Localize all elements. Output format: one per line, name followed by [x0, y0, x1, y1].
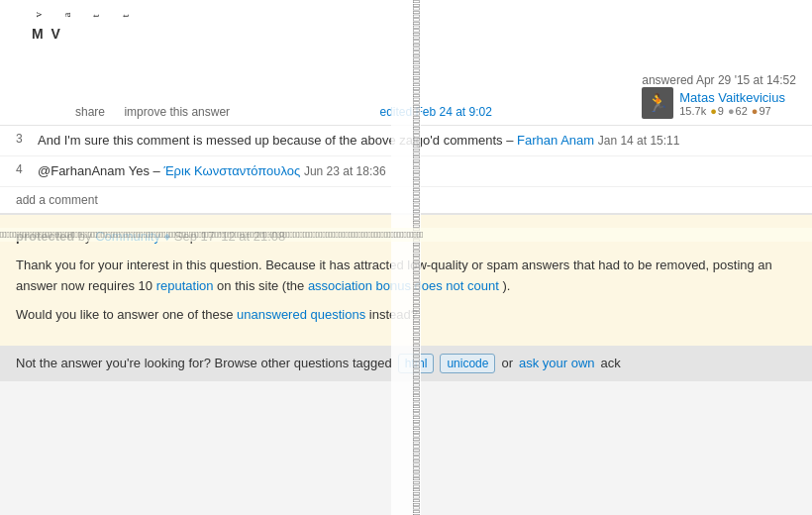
- comment-timestamp-4: Jun 23 at 18:36: [304, 164, 386, 178]
- edited-link[interactable]: edited Feb 24 at 9:02: [379, 105, 491, 119]
- comment-author-3[interactable]: Farhan Anam: [517, 133, 594, 148]
- comment-timestamp-3: Jan 14 at 15:11: [598, 134, 680, 148]
- comments-section: 3 And I'm sure this comment is messed up…: [0, 125, 812, 213]
- unanswered-link[interactable]: unanswered questions: [237, 307, 365, 322]
- user-avatar: 🏃: [642, 87, 673, 119]
- community-link[interactable]: Community: [95, 229, 160, 244]
- answered-label: answered Apr 29 '15 at 14:52 🏃 Matas Vai…: [642, 73, 796, 119]
- bottom-bar-text: Not the answer you're looking for? Brows…: [16, 356, 392, 370]
- protected-date: Sep 17 '12 at 21:08: [174, 229, 285, 244]
- add-comment-link[interactable]: add a comment: [0, 187, 812, 213]
- protected-paragraph1: Thank you for your interest in this ques…: [16, 256, 796, 297]
- comment-author-4[interactable]: Έρικ Κωνσταντόπουλος: [163, 163, 300, 178]
- or-text: or: [501, 356, 513, 370]
- vertical-label-v: v: [32, 12, 45, 18]
- user-name-link[interactable]: Matas Vaitkevicius: [679, 90, 785, 105]
- protected-paragraph2: Would you like to answer one of these un…: [16, 305, 796, 326]
- badge-silver: 62: [728, 105, 748, 117]
- ask-own-link[interactable]: ask your own: [519, 356, 595, 370]
- comment-row-4: 4 @FarhanAnam Yes – Έρικ Κωνσταντόπουλος…: [0, 156, 812, 187]
- assoc-bonus-link[interactable]: association bonus does not count: [308, 278, 499, 293]
- comment-number-3: 3: [16, 132, 30, 150]
- protected-title: protected: [16, 229, 74, 244]
- mv-label: M V: [16, 26, 796, 48]
- actions-separator: [113, 105, 116, 119]
- avatar-img: 🏃: [642, 87, 673, 119]
- page-wrapper: v a t t M V share improve this answer ed…: [0, 0, 812, 515]
- bottom-bar: Not the answer you're looking for? Brows…: [0, 346, 812, 381]
- reputation-link[interactable]: reputation: [156, 278, 214, 293]
- vertical-label-a: a: [60, 12, 73, 18]
- user-badges: 15.7k 9 62 97: [679, 105, 785, 117]
- top-section: v a t t M V: [0, 0, 812, 59]
- back-text: ack: [601, 356, 621, 370]
- protected-section: protected by Community ♦ Sep 17 '12 at 2…: [0, 213, 812, 345]
- answered-info: answered Apr 29 '15 at 14:52 🏃 Matas Vai…: [642, 73, 796, 119]
- tag-html[interactable]: html: [398, 354, 435, 373]
- diamond: ♦: [164, 229, 171, 244]
- user-info: Matas Vaitkevicius 15.7k 9 62 97: [679, 90, 785, 117]
- answer-actions: share improve this answer: [16, 65, 230, 119]
- top-labels: v a t t: [16, 4, 796, 26]
- improve-link[interactable]: improve this answer: [124, 105, 230, 119]
- share-link[interactable]: share: [75, 105, 105, 119]
- comment-text-4: @FarhanAnam Yes – Έρικ Κωνσταντόπουλος J…: [38, 162, 386, 180]
- edited-info: edited Feb 24 at 9:02: [379, 105, 491, 119]
- comment-number-4: 4: [16, 162, 30, 180]
- user-card: 🏃 Matas Vaitkevicius 15.7k 9 62 97: [642, 87, 796, 119]
- answer-meta-bar: share improve this answer edited Feb 24 …: [0, 59, 812, 125]
- badge-gold: 9: [710, 105, 724, 117]
- badge-bronze: 97: [752, 105, 771, 117]
- comment-text-3: And I'm sure this comment is messed up b…: [38, 132, 679, 150]
- vertical-label-t2: t: [119, 12, 132, 18]
- user-rep: 15.7k: [679, 105, 706, 117]
- tag-unicode[interactable]: unicode: [440, 354, 495, 373]
- protected-header: protected by Community ♦ Sep 17 '12 at 2…: [16, 227, 796, 248]
- comment-row-3: 3 And I'm sure this comment is messed up…: [0, 126, 812, 156]
- vertical-label-t: t: [89, 12, 102, 18]
